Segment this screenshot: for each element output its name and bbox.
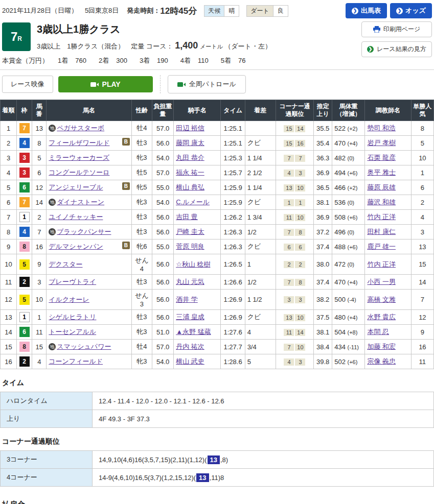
trainer-link[interactable]: 石栗 龍彦 (367, 154, 396, 161)
horse-name-link[interactable]: デルマシャンパン (49, 243, 103, 250)
jockey-link[interactable]: 藤岡 康太 (176, 139, 204, 147)
corner-order-cell: 78 (276, 225, 313, 239)
jockey-link[interactable]: 丸田 恭介 (176, 154, 204, 161)
bracket-cell: 6 (17, 180, 32, 195)
trainer-link[interactable]: 竹内 正洋 (367, 213, 396, 221)
bracket-cell: 6 (17, 325, 32, 340)
result-row: 2 4 8 フィールザワールドB 牡3 56.0 藤岡 康太 1:25.1 クビ… (1, 136, 434, 151)
horse-name-link[interactable]: ブラックパンサー (57, 228, 111, 235)
horse-name-link[interactable]: イルクオーレ (49, 296, 89, 303)
corner-order-text: ,11)8 (210, 474, 224, 482)
trainer-link[interactable]: 鹿戸 雄一 (367, 243, 396, 250)
prize-place: 2着 (99, 57, 109, 64)
win-favorite-rank: 11 (411, 354, 433, 369)
meeting-info: 5回東京8日 (85, 6, 119, 15)
trainer-link[interactable]: 水野 貴広 (367, 313, 396, 321)
jockey-link[interactable]: 吉田 豊 (176, 213, 198, 221)
result-row: 1 7 13 地ペガサスターボ 牡4 57.0 田辺 裕信 1:25.1 151… (1, 121, 434, 136)
trainer-link[interactable]: 岩戸 孝樹 (367, 139, 396, 147)
jockey-link[interactable]: 福永 祐一 (176, 169, 204, 176)
horse-name-link[interactable]: コングールテソーロ (49, 169, 109, 176)
finish-time: 1:25.1 (221, 136, 245, 151)
horse-name-link[interactable]: ユイノチャッキー (49, 213, 103, 221)
finish-time: 1:25.7 (221, 165, 245, 180)
weight-carried: 51.0 (152, 325, 174, 340)
jockey-link[interactable]: 菅原 明良 (176, 243, 204, 250)
jockey-link[interactable]: 横山 典弘 (176, 183, 204, 191)
jockey-cell: 酒井 学 (174, 290, 221, 310)
jockey-link[interactable]: C.ルメール (176, 198, 210, 206)
finish-position: 4 (1, 165, 17, 180)
result-row: 3 3 5 ミラーウォーカーズ 牝3 54.0 丸田 恭介 1:25.3 1 1… (1, 151, 434, 165)
jockey-cell: 三浦 皇成 (174, 310, 221, 325)
prize-place: 4着 (180, 57, 191, 64)
jockey-link[interactable]: ▲永野 猛蔵 (176, 328, 211, 335)
jockey-link[interactable]: 酒井 学 (176, 296, 198, 303)
bracket-cell: 4 (17, 136, 32, 151)
jockey-link[interactable]: 丹内 祐次 (176, 343, 204, 350)
horse-name-cell: コングールテソーロ (47, 165, 132, 180)
horse-name-link[interactable]: スマッシュパワー (57, 343, 111, 350)
bracket-cell: 8 (17, 239, 32, 254)
horse-name-link[interactable]: フィールザワールド (49, 139, 109, 147)
horse-name-link[interactable]: ダイナストーン (57, 198, 104, 206)
results-guide-button[interactable]: ❯ レース結果の見方 (361, 41, 432, 57)
jockey-link[interactable]: 丸山 元気 (176, 278, 204, 285)
trainer-link[interactable]: 加藤 和宏 (367, 343, 396, 350)
trainer-cell: 本間 忍 (365, 325, 411, 340)
jockey-link[interactable]: 戸崎 圭太 (176, 228, 204, 235)
result-row: 13 1 1 シゲルヒラトリ 牡3 56.0 三浦 皇成 1:26.9 クビ 1… (1, 310, 434, 325)
body-weight: 502 (334, 358, 346, 366)
entries-button[interactable]: ❯ 出馬表 (346, 3, 387, 18)
corner-order-cell: 710 (276, 340, 313, 354)
finish-position: 7 (1, 210, 17, 225)
horse-name-cell: ユイノチャッキー (47, 210, 132, 225)
trainer-link[interactable]: 宗像 義忠 (367, 357, 396, 365)
trainer-link[interactable]: 高橋 文雅 (367, 296, 396, 303)
trainer-link[interactable]: 本間 忍 (367, 328, 389, 335)
trainer-link[interactable]: 藤原 辰雄 (367, 183, 396, 191)
results-header-row: 着順 枠 馬番 馬名 性齢 負担重量 騎手名 タイム 着差 コーナー通過順位 推… (1, 100, 434, 121)
col-header-finish-pos: 着順 (1, 100, 17, 121)
horse-name-link[interactable]: ブレーヴトライ (49, 278, 96, 285)
trainer-link[interactable]: 奥平 雅士 (367, 169, 396, 176)
horse-name-link[interactable]: ミラーウォーカーズ (49, 154, 109, 161)
trainer-link[interactable]: 勢司 和浩 (367, 124, 396, 132)
win-favorite-rank: 14 (411, 275, 433, 290)
body-weight: 466 (334, 184, 346, 191)
horse-name-link[interactable]: シゲルヒラトリ (49, 313, 96, 321)
trainer-link[interactable]: 竹内 正洋 (367, 260, 396, 268)
print-page-button[interactable]: 印刷用ページ (361, 21, 432, 37)
body-weight-cell: 470 (+4) (332, 275, 365, 290)
trainer-link[interactable]: 藤沢 和雄 (367, 198, 396, 206)
horse-name-link[interactable]: コーンフィールド (49, 357, 103, 365)
horse-name-link[interactable]: トーセンアルル (49, 328, 96, 335)
weight-carried: 57.0 (152, 165, 174, 180)
margin: クビ (245, 239, 276, 254)
horse-name-link[interactable]: デクスター (49, 260, 82, 268)
col-header-trainer: 調教師名 (365, 100, 411, 121)
body-weight-cell: 434 (-11) (332, 340, 365, 354)
finish-time: 1:27.7 (221, 340, 245, 354)
trainer-link[interactable]: 小西 一男 (367, 278, 396, 285)
col-header-jockey: 騎手名 (174, 100, 221, 121)
horse-name-link[interactable]: ペガサスターボ (57, 124, 104, 132)
jockey-link[interactable]: 横山 武史 (176, 357, 204, 365)
play-button[interactable]: PLAY (58, 76, 153, 92)
body-weight-diff: (0) (348, 261, 354, 268)
col-header-body-weight: 馬体重（増減） (332, 100, 365, 121)
col-header-bracket: 枠 (17, 100, 32, 121)
odds-button[interactable]: ❯ オッズ (390, 3, 432, 18)
horse-name-link[interactable]: アンジェリーブル (49, 183, 103, 191)
prize-amount: 300 (116, 57, 127, 64)
col-header-weight-carried: 負担重量 (152, 100, 174, 121)
jockey-link[interactable]: ☆秋山 稔樹 (176, 260, 210, 268)
corner-order-cell: 22 (276, 254, 313, 275)
body-weight: 472 (334, 260, 346, 268)
finish-time: 1:26.2 (221, 210, 245, 225)
jockey-link[interactable]: 三浦 皇成 (176, 313, 204, 321)
jockey-link[interactable]: 田辺 裕信 (176, 124, 204, 132)
trainer-link[interactable]: 田村 康仁 (367, 228, 396, 235)
race-video-button[interactable]: レース映像 (2, 76, 53, 93)
patrol-video-button[interactable]: 全周パトロール (168, 75, 246, 93)
